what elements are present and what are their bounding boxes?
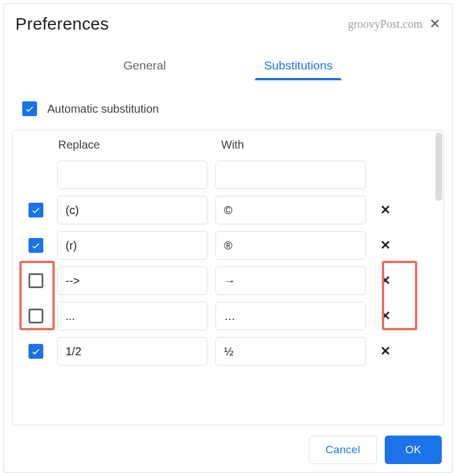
tabs-bar: General Substitutions	[12, 53, 444, 80]
delete-row-icon[interactable]: ✕	[380, 345, 390, 358]
check-icon	[31, 346, 41, 356]
col-header-with: With	[221, 138, 375, 151]
auto-substitution-row: Automatic substitution	[12, 101, 444, 116]
table-row: ✕	[23, 263, 431, 298]
with-input[interactable]	[215, 302, 366, 330]
row-checkbox[interactable]	[28, 238, 43, 253]
replace-input[interactable]	[57, 266, 207, 295]
substitutions-table: Replace With ✕	[12, 130, 444, 425]
with-input[interactable]	[215, 196, 366, 224]
dialog-header: Preferences groovyPost.com ✕	[12, 14, 444, 39]
check-icon	[25, 104, 35, 114]
cancel-button[interactable]: Cancel	[309, 436, 377, 464]
check-icon	[31, 205, 41, 215]
delete-row-icon[interactable]: ✕	[380, 204, 390, 216]
tab-substitutions[interactable]: Substitutions	[260, 53, 336, 79]
replace-input[interactable]	[57, 161, 207, 189]
row-checkbox[interactable]	[28, 273, 43, 288]
delete-row-icon[interactable]: ✕	[380, 310, 390, 322]
dialog-title: Preferences	[15, 14, 109, 34]
table-rows: ✕ ✕ ✕	[23, 157, 431, 369]
col-header-replace: Replace	[58, 138, 212, 151]
check-icon	[31, 240, 41, 251]
row-checkbox[interactable]	[28, 344, 43, 359]
row-checkbox[interactable]	[28, 203, 43, 218]
with-input[interactable]	[215, 337, 366, 366]
header-right: groovyPost.com ✕	[348, 17, 441, 31]
with-input[interactable]	[215, 161, 366, 189]
ok-button[interactable]: OK	[385, 436, 442, 464]
table-header-row: Replace With	[23, 138, 431, 151]
table-row	[23, 157, 431, 192]
table-row: ✕	[23, 192, 431, 228]
table-row: ✕	[23, 228, 431, 263]
row-checkbox[interactable]	[28, 309, 43, 323]
auto-substitution-checkbox[interactable]	[22, 101, 37, 116]
tab-general[interactable]: General	[120, 53, 170, 79]
replace-input[interactable]	[57, 231, 207, 260]
close-icon[interactable]: ✕	[429, 17, 441, 31]
table-row: ✕	[23, 334, 431, 369]
scrollbar-thumb[interactable]	[435, 133, 442, 201]
preferences-dialog: Preferences groovyPost.com ✕ General Sub…	[3, 3, 453, 473]
replace-input[interactable]	[57, 302, 207, 330]
replace-input[interactable]	[57, 196, 207, 224]
delete-row-icon[interactable]: ✕	[380, 274, 390, 287]
with-input[interactable]	[215, 266, 366, 295]
dialog-footer: Cancel OK	[12, 436, 444, 464]
with-input[interactable]	[215, 231, 366, 260]
replace-input[interactable]	[57, 337, 207, 366]
delete-row-icon[interactable]: ✕	[380, 239, 390, 252]
watermark-text: groovyPost.com	[348, 18, 422, 31]
auto-substitution-label: Automatic substitution	[47, 102, 159, 116]
table-row: ✕	[23, 298, 431, 334]
